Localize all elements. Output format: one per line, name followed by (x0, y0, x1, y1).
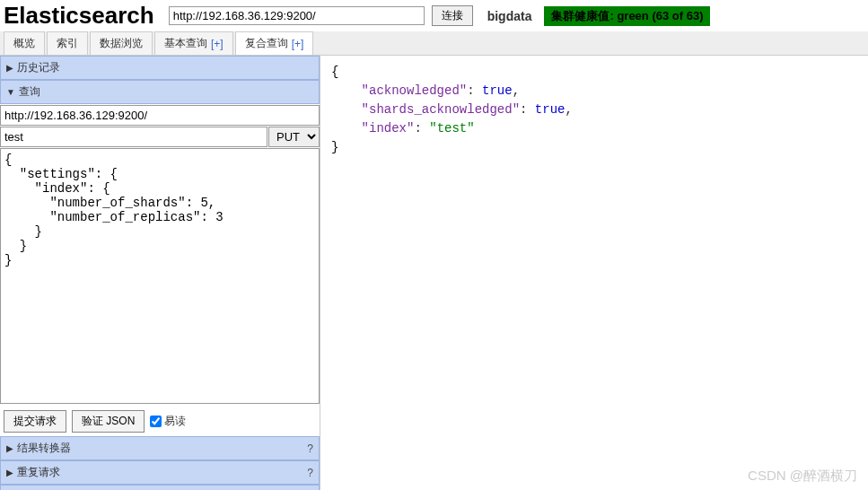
section-title: 结果转换器 (17, 441, 71, 456)
history-section-header[interactable]: ▶ 历史记录 (0, 56, 320, 80)
tab-complex-query[interactable]: 复合查询[+] (235, 31, 314, 55)
request-body-textarea[interactable] (0, 148, 320, 404)
cluster-health-badge: 集群健康值: green (63 of 63) (544, 6, 710, 26)
result-transformer-section-header[interactable]: ▶ 结果转换器 (0, 436, 320, 460)
http-method-select[interactable]: PUT (268, 127, 320, 147)
tab-bar: 概览 索引 数据浏览 基本查询[+] 复合查询[+] (0, 31, 868, 56)
checkbox-label-text: 易读 (164, 414, 186, 429)
section-title: 重复请求 (17, 465, 60, 480)
query-body: PUT 提交请求 验证 JSON 易读 (0, 104, 320, 436)
main-content: ▶ 历史记录 ▼ 查询 PUT 提交请求 验证 JSON 易读 (0, 56, 868, 490)
tab-label: 索引 (57, 36, 78, 51)
tab-label: 概览 (13, 36, 35, 51)
tab-label: 数据浏览 (100, 36, 143, 51)
readable-checkbox[interactable] (150, 416, 162, 427)
arrow-right-icon: ▶ (6, 63, 13, 73)
tab-plus-icon[interactable]: [+] (211, 38, 224, 50)
tab-browse[interactable]: 数据浏览 (90, 31, 153, 55)
connection-url-input[interactable] (169, 6, 425, 25)
display-options-section-header[interactable]: ▶ 显示选项 (0, 485, 320, 490)
logo: Elasticsearch (4, 2, 162, 30)
validate-json-button[interactable]: 验证 JSON (72, 410, 145, 433)
left-panel: ▶ 历史记录 ▼ 查询 PUT 提交请求 验证 JSON 易读 (0, 56, 320, 490)
tab-basic-query[interactable]: 基本查询[+] (154, 31, 233, 55)
header-bar: Elasticsearch 连接 bigdata 集群健康值: green (6… (0, 0, 868, 31)
section-title: 查询 (19, 84, 40, 100)
arrow-down-icon: ▼ (6, 87, 15, 97)
tab-overview[interactable]: 概览 (4, 31, 45, 55)
query-url-input[interactable] (0, 105, 320, 126)
readable-checkbox-label[interactable]: 易读 (150, 414, 186, 429)
tab-label: 复合查询 (245, 36, 288, 51)
tab-plus-icon[interactable]: [+] (292, 38, 304, 50)
response-panel: { "acknowledged": true, "shards_acknowle… (320, 56, 868, 490)
connect-button[interactable]: 连接 (432, 5, 473, 26)
section-title: 历史记录 (17, 60, 60, 75)
tab-label: 基本查询 (164, 36, 207, 51)
cluster-name-label: bigdata (487, 9, 532, 23)
repeat-request-section-header[interactable]: ▶ 重复请求 (0, 460, 320, 485)
query-path-input[interactable] (0, 127, 267, 147)
tab-indices[interactable]: 索引 (47, 31, 88, 55)
arrow-right-icon: ▶ (6, 468, 13, 477)
query-section-header[interactable]: ▼ 查询 (0, 80, 320, 104)
arrow-right-icon: ▶ (6, 443, 13, 453)
submit-button[interactable]: 提交请求 (4, 410, 66, 433)
